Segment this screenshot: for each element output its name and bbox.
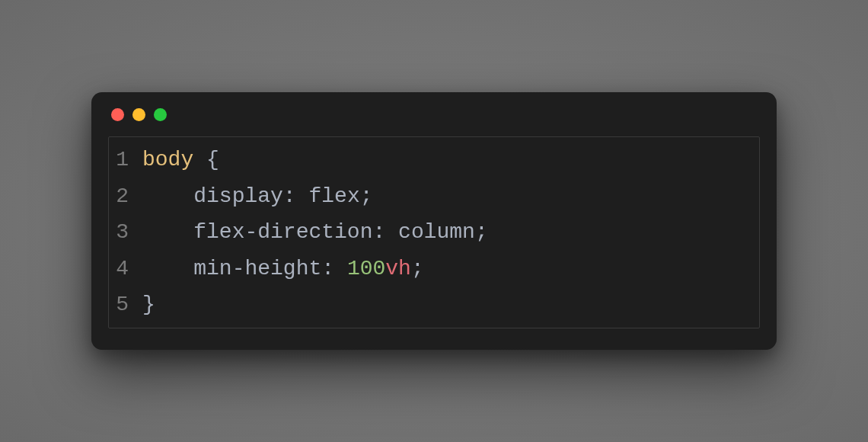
line-number: 1 — [109, 142, 142, 178]
line-number: 2 — [109, 178, 142, 215]
token-value: column — [398, 220, 475, 244]
token-property: min-height — [193, 257, 321, 280]
code-content[interactable]: min-height: 100vh; — [142, 251, 424, 287]
token-plain — [385, 220, 398, 244]
line-number: 4 — [109, 251, 142, 287]
token-value: flex — [308, 184, 359, 208]
token-punct: } — [142, 293, 155, 316]
token-property: flex-direction — [193, 220, 372, 244]
token-selector: body — [142, 148, 193, 171]
editor-container: 1body {2 display: flex;3 flex-direction:… — [91, 136, 777, 350]
window-titlebar — [91, 92, 777, 136]
token-punct: ; — [411, 257, 424, 280]
line-number: 3 — [109, 214, 142, 251]
code-content[interactable]: flex-direction: column; — [142, 214, 488, 251]
line-number: 5 — [109, 287, 142, 323]
token-plain — [296, 184, 309, 208]
code-line[interactable]: 4 min-height: 100vh; — [109, 251, 759, 287]
code-content[interactable]: body { — [142, 142, 219, 178]
token-plain — [142, 184, 193, 208]
token-punct: : — [372, 220, 385, 244]
token-unit: vh — [385, 257, 411, 280]
code-line[interactable]: 3 flex-direction: column; — [109, 214, 759, 251]
token-punct: ; — [475, 220, 488, 244]
code-line[interactable]: 2 display: flex; — [109, 178, 759, 215]
code-editor[interactable]: 1body {2 display: flex;3 flex-direction:… — [108, 136, 760, 328]
token-punct: ; — [360, 184, 373, 208]
close-icon[interactable] — [111, 108, 124, 121]
token-property: display — [193, 184, 283, 208]
token-punct: : — [283, 184, 296, 208]
token-plain — [142, 257, 193, 280]
code-line[interactable]: 5} — [109, 287, 759, 323]
code-content[interactable]: display: flex; — [142, 178, 373, 215]
token-punct: { — [206, 148, 219, 171]
token-plain — [142, 220, 193, 244]
maximize-icon[interactable] — [154, 108, 167, 121]
code-content[interactable]: } — [142, 287, 155, 323]
token-number: 100 — [347, 257, 385, 280]
code-window: 1body {2 display: flex;3 flex-direction:… — [91, 92, 777, 350]
token-punct: : — [321, 257, 334, 280]
minimize-icon[interactable] — [132, 108, 145, 121]
token-plain — [334, 257, 347, 280]
code-line[interactable]: 1body { — [109, 142, 759, 178]
token-plain — [193, 148, 206, 171]
